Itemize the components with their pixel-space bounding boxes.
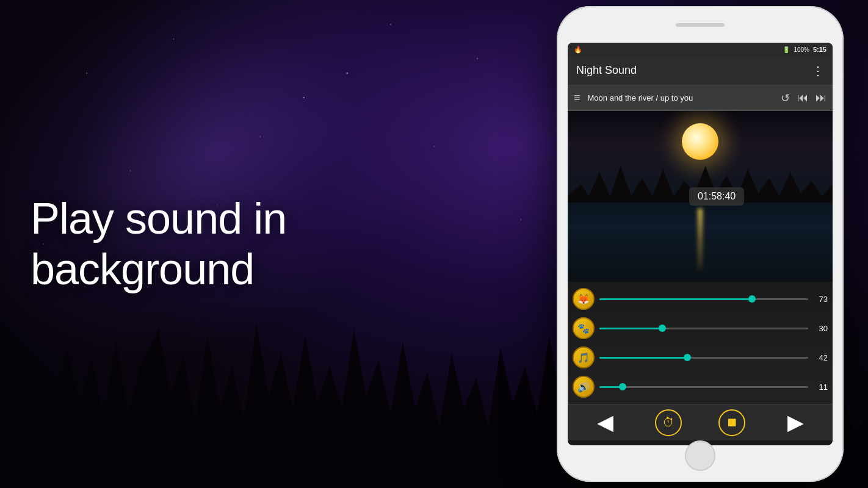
water (568, 203, 833, 282)
slider-fill-music (599, 357, 687, 359)
slider-track-animal[interactable] (599, 328, 808, 329)
app-title: Night Sound (576, 64, 812, 77)
forward-button[interactable]: ▶ (781, 409, 808, 436)
phone-screen: 🔥 🔋 100% 5:15 Night Sound ⋮ ≡ Moon and t… (568, 43, 833, 445)
slider-thumb-music (684, 354, 691, 361)
phone-speaker (676, 23, 725, 27)
slider-thumb-animal (659, 325, 666, 332)
phone-body: 🔥 🔋 100% 5:15 Night Sound ⋮ ≡ Moon and t… (557, 6, 844, 482)
water-reflection (698, 209, 703, 270)
status-left: 🔥 (574, 46, 779, 54)
slider-row-animal: 🐾30 (573, 317, 828, 339)
slider-value-animal: 30 (813, 324, 828, 333)
moon (682, 123, 718, 160)
phone-home-button[interactable] (685, 440, 715, 471)
forward-arrow-icon: ▶ (787, 411, 803, 434)
timer-display: 01:58:40 (689, 187, 744, 206)
main-text-line2: background (31, 244, 286, 295)
back-arrow-icon: ◀ (598, 411, 613, 434)
slider-fill-animal (599, 328, 662, 329)
slider-fill-nature (599, 298, 752, 300)
slider-icon-music[interactable]: 🎵 (573, 346, 595, 368)
slider-value-music: 42 (813, 353, 828, 362)
slider-icon-sound[interactable]: 🔊 (573, 376, 595, 398)
slider-thumb-sound (619, 383, 626, 390)
phone-mockup: 🔥 🔋 100% 5:15 Night Sound ⋮ ≡ Moon and t… (557, 6, 844, 482)
slider-value-nature: 73 (813, 295, 828, 304)
battery-icon: 🔋 (783, 46, 790, 53)
flame-icon: 🔥 (574, 46, 582, 54)
track-name: Moon and the river / up to you (588, 93, 773, 102)
slider-track-sound[interactable] (599, 386, 808, 388)
main-text-line1: Play sound in (31, 193, 286, 244)
battery-percent: 100% (794, 46, 809, 53)
slider-icon-animal[interactable]: 🐾 (573, 317, 595, 339)
slider-track-music[interactable] (599, 357, 808, 359)
sliders-area: 🦊73🐾30🎵42🔊11 (568, 282, 833, 404)
main-text: Play sound in background (31, 193, 286, 295)
toolbar-row: ≡ Moon and the river / up to you ↺ ⏮ ⏭ (568, 85, 833, 111)
time-display: 5:15 (813, 46, 826, 53)
status-bar: 🔥 🔋 100% 5:15 (568, 43, 833, 56)
slider-row-nature: 🦊73 (573, 288, 828, 310)
overflow-menu-icon[interactable]: ⋮ (812, 63, 824, 78)
timer-icon: ⏱ (662, 415, 675, 429)
timer-button[interactable]: ⏱ (655, 409, 682, 436)
repeat-icon[interactable]: ↺ (781, 92, 790, 105)
slider-row-sound: 🔊11 (573, 376, 828, 398)
slider-icon-nature[interactable]: 🦊 (573, 288, 595, 310)
slider-row-music: 🎵42 (573, 346, 828, 368)
stop-icon: ⏹ (726, 415, 738, 429)
slider-fill-sound (599, 386, 623, 388)
bottom-nav: ◀ ⏱ ⏹ ▶ (568, 404, 833, 440)
hamburger-icon[interactable]: ≡ (574, 92, 580, 104)
media-area: 01:58:40 (568, 111, 833, 282)
next-icon[interactable]: ⏭ (816, 92, 826, 104)
stop-button[interactable]: ⏹ (718, 409, 745, 436)
prev-icon[interactable]: ⏮ (797, 92, 808, 104)
back-button[interactable]: ◀ (592, 409, 619, 436)
slider-value-sound: 11 (813, 382, 828, 392)
app-header: Night Sound ⋮ (568, 56, 833, 85)
slider-thumb-nature (748, 295, 756, 303)
slider-track-nature[interactable] (599, 298, 808, 300)
